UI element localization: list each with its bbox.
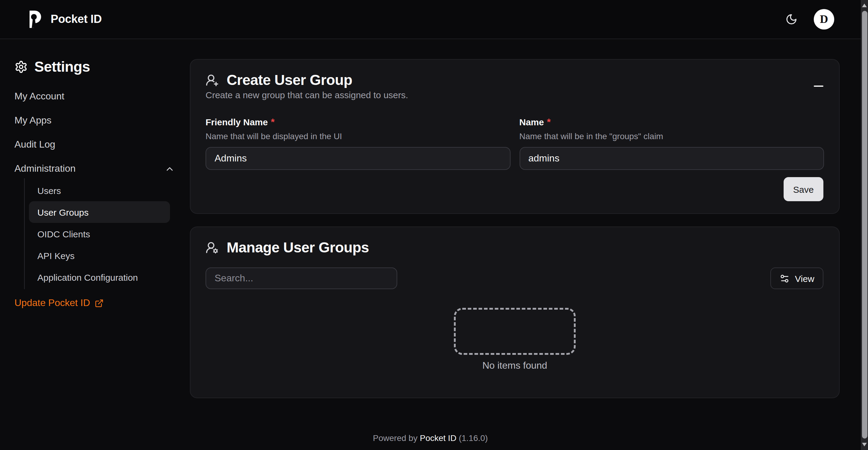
view-button-label: View	[795, 273, 815, 283]
empty-state-dropzone	[454, 308, 576, 355]
sidebar-item-label: My Apps	[14, 115, 52, 126]
theme-toggle-button[interactable]	[781, 8, 802, 30]
scrollbar-up-arrow-icon[interactable]	[862, 4, 867, 7]
user-plus-icon	[206, 73, 219, 87]
sliders-icon	[779, 273, 789, 283]
sidebar-item-label: OIDC Clients	[37, 229, 90, 239]
gear-icon	[14, 60, 28, 73]
name-input[interactable]	[519, 147, 824, 170]
sidebar-item-label: My Account	[14, 91, 64, 102]
create-card-title: Create User Group	[227, 72, 352, 89]
required-asterisk: *	[271, 117, 275, 127]
friendly-name-label: Friendly Name	[206, 117, 268, 127]
friendly-name-description: Name that will be displayed in the UI	[206, 131, 510, 141]
collapse-card-button[interactable]	[810, 78, 827, 95]
top-bar: Pocket ID D	[0, 0, 868, 39]
friendly-name-input[interactable]	[206, 147, 510, 170]
subnav-divider	[24, 178, 25, 289]
create-card-subtitle: Create a new group that can be assigned …	[206, 90, 408, 100]
save-button[interactable]: Save	[784, 177, 824, 201]
sidebar-item-api-keys[interactable]: API Keys	[29, 245, 170, 266]
user-cog-icon	[206, 241, 219, 254]
name-field-group: Name* Name that will be in the "groups" …	[519, 117, 824, 170]
vertical-scrollbar[interactable]	[861, 0, 868, 450]
footer-version: (1.16.0)	[459, 433, 488, 443]
sidebar-item-label: Administration	[14, 163, 76, 174]
settings-heading: Settings	[14, 58, 90, 75]
sidebar-item-oidc-clients[interactable]: OIDC Clients	[29, 223, 170, 245]
create-user-group-card: Create User Group Create a new group tha…	[190, 59, 840, 214]
minus-icon	[814, 86, 824, 87]
scrollbar-thumb[interactable]	[862, 11, 867, 439]
chevron-up-icon	[164, 164, 175, 174]
update-pocket-id-link[interactable]: Update Pocket ID	[14, 298, 104, 309]
sidebar-item-label: API Keys	[37, 250, 74, 261]
pocket-id-logo-icon	[27, 10, 41, 29]
create-card-header: Create User Group	[206, 72, 352, 89]
avatar-initial: D	[820, 13, 828, 26]
manage-user-groups-card: Manage User Groups View No items found	[190, 226, 840, 398]
sidebar-item-label: User Groups	[37, 207, 89, 217]
name-label: Name	[519, 117, 544, 127]
sidebar-item-audit-log[interactable]: Audit Log	[14, 132, 175, 157]
sidebar-item-my-account[interactable]: My Account	[14, 84, 175, 108]
empty-state-text: No items found	[190, 360, 839, 371]
create-form: Friendly Name* Name that will be display…	[206, 117, 824, 170]
brand-title: Pocket ID	[51, 13, 102, 26]
sidebar-item-users[interactable]: Users	[29, 180, 170, 201]
settings-title: Settings	[34, 58, 90, 75]
footer: Powered by Pocket ID (1.16.0)	[0, 433, 861, 443]
sidebar-item-administration[interactable]: Administration	[14, 157, 175, 181]
sidebar-item-my-apps[interactable]: My Apps	[14, 108, 175, 132]
scrollbar-down-arrow-icon[interactable]	[862, 443, 867, 446]
moon-icon	[785, 13, 798, 25]
update-link-label: Update Pocket ID	[14, 298, 90, 309]
manage-card-title: Manage User Groups	[227, 239, 369, 256]
external-link-icon	[95, 298, 104, 308]
sidebar-item-label: Users	[37, 185, 61, 195]
app-root: Pocket ID D Settings My Account My Apps	[0, 0, 868, 450]
manage-card-header: Manage User Groups	[206, 239, 369, 256]
search-input[interactable]	[206, 267, 397, 289]
sidebar-item-label: Audit Log	[14, 139, 55, 150]
avatar[interactable]: D	[814, 9, 834, 30]
sidebar-item-label: Application Configuration	[37, 272, 138, 282]
name-description: Name that will be in the "groups" claim	[519, 131, 824, 141]
brand[interactable]: Pocket ID	[27, 0, 102, 38]
view-button[interactable]: View	[770, 267, 824, 289]
friendly-name-field-group: Friendly Name* Name that will be display…	[206, 117, 510, 170]
footer-brand-link[interactable]: Pocket ID	[420, 433, 456, 443]
footer-powered-by: Powered by	[373, 433, 417, 443]
required-asterisk: *	[547, 117, 551, 127]
sidebar-item-application-configuration[interactable]: Application Configuration	[29, 266, 170, 288]
sidebar-item-user-groups[interactable]: User Groups	[29, 201, 170, 223]
